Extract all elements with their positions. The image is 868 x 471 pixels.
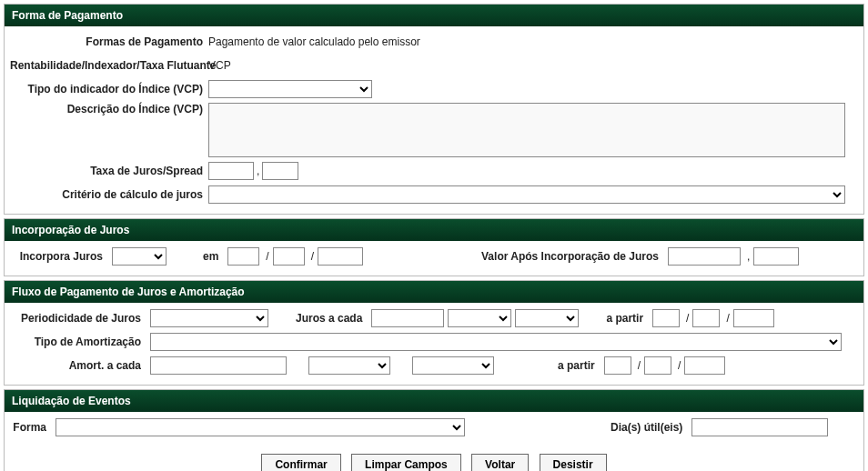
- select-amort-unidade1[interactable]: [308, 356, 390, 375]
- label-juros-a-partir: a partir: [601, 312, 649, 325]
- label-criterio-calculo: Critério de cálculo de juros: [10, 188, 208, 201]
- sep-slash-2: /: [311, 250, 314, 263]
- panel-body-incorporacao: Incorpora Juros em / / Valor Após Incorp…: [5, 241, 863, 276]
- sep-slash-4: /: [726, 312, 729, 325]
- panel-fluxo: Fluxo de Pagamento de Juros e Amortizaçã…: [4, 280, 864, 386]
- panel-header-forma-pagamento: Forma de Pagamento: [5, 5, 863, 26]
- label-periodicidade: Periodicidade de Juros: [10, 312, 146, 325]
- panel-forma-pagamento: Forma de Pagamento Formas de Pagamento P…: [4, 4, 864, 215]
- select-tipo-amort[interactable]: [150, 333, 842, 351]
- sep-comma: ,: [257, 165, 259, 177]
- select-incorpora-juros[interactable]: [112, 247, 167, 266]
- input-valor-apos-b[interactable]: [753, 247, 799, 266]
- select-juros-unidade2[interactable]: [515, 309, 579, 327]
- panel-body-forma-pagamento: Formas de Pagamento Pagamento de valor c…: [5, 26, 863, 214]
- input-em-year[interactable]: [318, 247, 363, 266]
- panel-body-liquidacao: Forma Dia(s) útil(eis): [5, 412, 863, 446]
- label-valor-apos: Valor Após Incorporação de Juros: [476, 250, 664, 263]
- select-tipo-indicador[interactable]: [208, 80, 372, 98]
- label-em: em: [197, 250, 224, 263]
- textarea-descricao-indice[interactable]: [208, 103, 845, 157]
- input-taxa-juros-a[interactable]: [208, 162, 254, 180]
- input-juros-apartir-m[interactable]: [692, 309, 720, 327]
- panel-header-liquidacao: Liquidação de Eventos: [5, 390, 863, 412]
- select-periodicidade[interactable]: [150, 309, 268, 327]
- panel-incorporacao: Incorporação de Juros Incorpora Juros em…: [4, 218, 864, 276]
- panel-header-fluxo: Fluxo de Pagamento de Juros e Amortizaçã…: [5, 281, 863, 303]
- input-amort-cada[interactable]: [150, 356, 287, 375]
- label-juros-cada: Juros a cada: [290, 312, 368, 325]
- input-juros-apartir-y[interactable]: [733, 309, 774, 327]
- select-criterio-calculo[interactable]: [208, 185, 845, 204]
- sep-slash-6: /: [678, 359, 681, 372]
- input-juros-apartir-d[interactable]: [652, 309, 680, 327]
- input-dias-util[interactable]: [691, 418, 828, 436]
- select-juros-unidade1[interactable]: [448, 309, 511, 327]
- select-forma[interactable]: [56, 418, 465, 436]
- value-rentabilidade: VCP: [208, 59, 231, 72]
- input-amort-apartir-y[interactable]: [684, 356, 725, 375]
- input-valor-apos-a[interactable]: [668, 247, 741, 266]
- desistir-button[interactable]: Desistir: [540, 454, 607, 471]
- sep-comma-2: ,: [747, 250, 750, 263]
- limpar-button[interactable]: Limpar Campos: [351, 454, 461, 471]
- panel-liquidacao: Liquidação de Eventos Forma Dia(s) útil(…: [4, 389, 864, 471]
- label-rentabilidade: Rentabilidade/Indexador/Taxa Flutuante: [10, 59, 208, 72]
- input-amort-apartir-m[interactable]: [644, 356, 671, 375]
- input-amort-apartir-d[interactable]: [604, 356, 631, 375]
- input-taxa-juros-b[interactable]: [262, 162, 298, 180]
- label-amort-cada: Amort. a cada: [10, 359, 146, 372]
- label-tipo-amort: Tipo de Amortização: [10, 336, 146, 348]
- label-amort-a-partir: a partir: [552, 359, 601, 372]
- sep-slash-3: /: [686, 312, 689, 325]
- label-forma: Forma: [10, 421, 52, 434]
- input-em-day[interactable]: [227, 247, 259, 266]
- panel-header-incorporacao: Incorporação de Juros: [5, 219, 863, 241]
- input-juros-cada[interactable]: [371, 309, 444, 327]
- voltar-button[interactable]: Voltar: [471, 454, 529, 471]
- panel-body-fluxo: Periodicidade de Juros Juros a cada a pa…: [5, 303, 863, 385]
- label-tipo-indicador: Tipo do indicador do Índice (VCP): [10, 83, 208, 95]
- input-em-month[interactable]: [273, 247, 305, 266]
- sep-slash-1: /: [266, 250, 268, 263]
- confirmar-button[interactable]: Confirmar: [261, 454, 340, 471]
- label-taxa-juros: Taxa de Juros/Spread: [10, 165, 208, 177]
- sep-slash-5: /: [638, 359, 641, 372]
- select-amort-unidade2[interactable]: [412, 356, 494, 375]
- label-formas-pagamento: Formas de Pagamento: [10, 35, 208, 48]
- value-formas-pagamento: Pagamento de valor calculado pelo emisso…: [208, 35, 420, 48]
- label-dias-util: Dia(s) útil(eis): [605, 421, 688, 434]
- label-descricao-indice: Descrição do Índice (VCP): [10, 103, 208, 115]
- label-incorpora-juros: Incorpora Juros: [10, 250, 108, 263]
- buttons-row: Confirmar Limpar Campos Voltar Desistir: [5, 446, 863, 471]
